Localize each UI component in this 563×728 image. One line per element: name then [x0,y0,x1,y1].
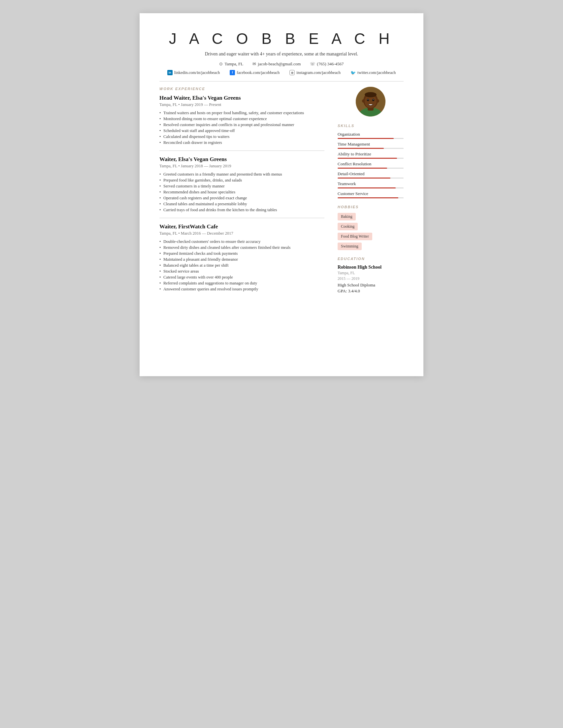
skill-bar-bg-6 [338,197,404,198]
job-meta-0: Tampa, FL • January 2019 — Present [159,102,324,107]
right-column: SKILLS OrganizationTime ManagementAbilit… [338,87,404,295]
skill-bar-bg-3 [338,168,404,169]
skill-bar-fill-3 [338,168,387,169]
svg-point-8 [368,99,369,100]
skill-bar-bg-0 [338,138,404,139]
hobbies-label: HOBBIES [338,205,404,209]
bullet-1-1: Prepared food like garnishes, drinks, an… [159,178,324,183]
twitter-text: twitter.com/jacobbeach [357,70,396,75]
skill-item-2: Ability to Prioritize [338,151,404,159]
job-divider-1 [159,218,324,218]
instagram-icon: ◎ [289,70,295,75]
bullet-2-4: Balanced eight tables at a time per shif… [159,263,324,268]
bullet-0-1: Monitored dining room to ensure optimal … [159,116,324,121]
left-column: WORK EXPERIENCE Head Waiter, Elsa's Vega… [159,87,324,295]
hobbies-container: BakingCookingFood Blog WriterSwimming [338,213,404,250]
bullet-1-2: Served customers in a timely manner [159,184,324,189]
avatar [356,87,385,116]
skill-bar-fill-1 [338,148,384,149]
job-block-1: Waiter, Elsa's Vegan GreensTampa, FL • J… [159,156,324,218]
skill-name-3: Conflict Resolution [338,161,404,167]
svg-point-11 [362,99,365,103]
skill-name-2: Ability to Prioritize [338,151,404,157]
main-layout: WORK EXPERIENCE Head Waiter, Elsa's Vega… [159,87,404,295]
skill-item-5: Teamwork [338,181,404,188]
job-meta-1: Tampa, FL • January 2018 — January 2019 [159,164,324,169]
phone-icon: ☏ [310,61,315,67]
phone-item: ☏ (765) 346-4567 [310,61,344,67]
header-divider [159,81,404,82]
bullet-1-5: Cleaned tables and maintained a presenta… [159,202,324,207]
skill-bar-fill-5 [338,187,396,188]
edu-location: Tampa, FL [338,271,404,276]
bullet-0-2: Resolved customer inquiries and conflict… [159,122,324,127]
bullet-1-3: Recommended dishes and house specialties [159,190,324,195]
skill-name-5: Teamwork [338,181,404,186]
skill-bar-bg-2 [338,158,404,159]
phone-text: (765) 346-4567 [317,61,344,67]
bullet-2-0: Double-checked customers' orders to ensu… [159,239,324,244]
skill-bar-bg-1 [338,148,404,149]
avatar-svg [356,87,385,116]
twitter-item: 🐦 twitter.com/jacobbeach [350,70,396,75]
bullet-1-4: Operated cash registers and provided exa… [159,196,324,201]
avatar-container [338,87,404,116]
skill-bar-bg-5 [338,187,404,188]
linkedin-text: linkedin.com/in/jacobbeach [174,70,220,75]
education-label: EDUCATION [338,257,404,261]
job-bullets-2: Double-checked customers' orders to ensu… [159,239,324,292]
skill-item-4: Detail-Oriented [338,171,404,179]
candidate-tagline: Driven and eager waiter with 4+ years of… [159,51,404,57]
skills-label: SKILLS [338,124,404,128]
bullet-2-7: Referred complaints and suggestions to m… [159,281,324,286]
svg-point-10 [365,92,377,97]
hobby-tag-3: Swimming [338,243,362,250]
work-experience-label: WORK EXPERIENCE [159,87,324,91]
job-block-0: Head Waiter, Elsa's Vegan GreensTampa, F… [159,95,324,151]
location-item: ⊙ Tampa, FL [219,61,243,67]
bullet-2-6: Catered large events with over 400 peopl… [159,275,324,280]
facebook-item: f facebook.com/jacobbeach [230,70,280,75]
social-row: in linkedin.com/in/jacobbeach f facebook… [159,70,404,75]
facebook-icon: f [230,70,235,75]
bullet-2-3: Maintained a pleasant and friendly demea… [159,257,324,262]
instagram-item: ◎ instagram.com/jacobbeach [289,70,341,75]
instagram-text: instagram.com/jacobbeach [296,70,341,75]
skill-bar-fill-0 [338,138,394,139]
skill-name-1: Time Management [338,142,404,147]
edu-degree: High School Diploma [338,282,404,288]
bullet-1-6: Carried trays of food and drinks from th… [159,208,324,213]
bullet-0-5: Reconciled cash drawer in registers [159,140,324,145]
skills-container: OrganizationTime ManagementAbility to Pr… [338,132,404,198]
skill-item-3: Conflict Resolution [338,161,404,169]
skill-bar-fill-4 [338,178,390,179]
job-title-1: Waiter, Elsa's Vegan Greens [159,156,324,163]
hobbies-section: HOBBIES BakingCookingFood Blog WriterSwi… [338,205,404,250]
job-title-2: Waiter, FirstWatch Cafe [159,223,324,230]
location-icon: ⊙ [219,61,223,67]
education-section: EDUCATION Robinson High School Tampa, FL… [338,257,404,294]
skill-bar-fill-6 [338,197,398,198]
hobby-tag-1: Cooking [338,223,358,230]
twitter-icon: 🐦 [350,70,356,75]
bullet-0-4: Calculated and dispensed tips to waiters [159,134,324,139]
linkedin-item: in linkedin.com/in/jacobbeach [167,70,220,75]
bullet-2-1: Removed dirty dishes and cleaned tables … [159,245,324,250]
job-bullets-0: Trained waiters and hosts on proper food… [159,111,324,145]
skill-bar-bg-4 [338,178,404,179]
candidate-name: J A C O B B E A C H [159,30,404,48]
skill-name-6: Customer Service [338,191,404,196]
skill-item-6: Customer Service [338,191,404,198]
skill-item-0: Organization [338,132,404,139]
hobby-tag-2: Food Blog Writer [338,233,372,240]
skill-name-4: Detail-Oriented [338,171,404,177]
skill-item-1: Time Management [338,142,404,149]
email-icon: ✉ [252,61,256,67]
job-meta-2: Tampa, FL • March 2016 — December 2017 [159,231,324,236]
edu-school: Robinson High School [338,265,404,270]
job-title-0: Head Waiter, Elsa's Vegan Greens [159,95,324,101]
email-item: ✉ jacob-beach@gmail.com [252,61,301,67]
email-text: jacob-beach@gmail.com [258,61,301,67]
hobby-tag-0: Baking [338,213,356,220]
skill-name-0: Organization [338,132,404,137]
